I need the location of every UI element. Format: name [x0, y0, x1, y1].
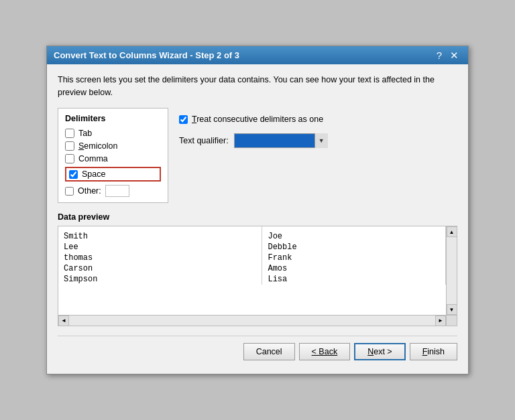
table-cell: Debble [262, 242, 446, 253]
dialog-body: This screen lets you set the delimiters … [47, 64, 468, 374]
title-bar: Convert Text to Columns Wizard - Step 2 … [47, 46, 468, 64]
preview-table: SmithJoeLeeDebblethomasFrankCarsonAmosSi… [58, 226, 446, 285]
tab-row: Tab [65, 129, 161, 138]
button-bar: Cancel < Back Next > Finish [58, 336, 457, 364]
semicolon-row: Semicolon [65, 141, 161, 151]
scroll-up-button[interactable]: ▲ [447, 226, 457, 237]
qualifier-select-wrapper: " ' ▼ [234, 133, 328, 148]
preview-title: Data preview [58, 212, 457, 222]
scroll-track-horizontal[interactable] [69, 316, 435, 326]
back-button[interactable]: < Back [299, 343, 351, 360]
qualifier-row: Text qualifier: " ' ▼ [179, 133, 457, 148]
table-cell: Lee [58, 242, 262, 253]
cancel-button[interactable]: Cancel [243, 343, 295, 360]
consecutive-label: Treat consecutive delimiters as one [192, 115, 323, 124]
other-row: Other: [65, 185, 161, 197]
table-row: SmithJoe [58, 226, 446, 242]
preview-outer: SmithJoeLeeDebblethomasFrankCarsonAmosSi… [58, 226, 457, 326]
qualifier-select[interactable]: " ' [234, 133, 328, 148]
table-cell: Simpson [58, 274, 262, 285]
table-cell: Lisa [262, 274, 446, 285]
dialog-window: Convert Text to Columns Wizard - Step 2 … [46, 46, 469, 375]
dialog-title: Convert Text to Columns Wizard - Step 2 … [54, 50, 239, 60]
table-cell: Smith [58, 226, 262, 242]
main-area: Delimiters Tab Semicolon Comma Space [58, 108, 457, 203]
title-bar-buttons: ? ✕ [434, 50, 461, 60]
preview-inner: SmithJoeLeeDebblethomasFrankCarsonAmosSi… [58, 226, 446, 315]
semicolon-checkbox[interactable] [65, 141, 74, 151]
scroll-track-vertical[interactable] [447, 237, 457, 304]
semicolon-label: Semicolon [78, 141, 117, 151]
finish-button[interactable]: Finish [410, 343, 457, 360]
next-button[interactable]: Next > [354, 343, 405, 360]
table-cell: Joe [262, 226, 446, 242]
consecutive-row: Treat consecutive delimiters as one [179, 115, 457, 124]
tab-checkbox[interactable] [65, 129, 74, 138]
scrollbar-corner [446, 315, 457, 326]
delimiters-title: Delimiters [65, 114, 161, 123]
comma-row: Comma [65, 154, 161, 163]
scroll-left-button[interactable]: ◄ [58, 316, 69, 326]
table-row: SimpsonLisa [58, 274, 446, 285]
other-checkbox[interactable] [65, 187, 74, 196]
table-cell: Frank [262, 253, 446, 263]
table-row: LeeDebble [58, 242, 446, 253]
space-row-highlighted: Space [65, 167, 161, 182]
scroll-right-button[interactable]: ► [435, 316, 446, 326]
horizontal-scrollbar[interactable]: ◄ ► [58, 315, 446, 326]
description-text: This screen lets you set the delimiters … [58, 74, 457, 99]
scroll-down-button[interactable]: ▼ [447, 304, 457, 315]
delimiters-box: Delimiters Tab Semicolon Comma Space [58, 108, 168, 203]
right-options: Treat consecutive delimiters as one Text… [179, 108, 457, 203]
consecutive-checkbox[interactable] [179, 115, 188, 124]
preview-section: Data preview SmithJoeLeeDebblethomasFran… [58, 212, 457, 326]
comma-checkbox[interactable] [65, 154, 74, 163]
table-cell: Amos [262, 263, 446, 274]
table-cell: thomas [58, 253, 262, 263]
qualifier-label: Text qualifier: [179, 136, 229, 145]
comma-label[interactable]: Comma [78, 154, 108, 163]
table-row: thomasFrank [58, 253, 446, 263]
close-button[interactable]: ✕ [447, 50, 461, 60]
table-row: CarsonAmos [58, 263, 446, 274]
table-cell: Carson [58, 263, 262, 274]
other-label[interactable]: Other: [78, 186, 101, 196]
vertical-scrollbar[interactable]: ▲ ▼ [446, 226, 457, 315]
space-label[interactable]: Space [82, 169, 105, 179]
help-button[interactable]: ? [434, 50, 445, 60]
space-checkbox[interactable] [69, 170, 78, 179]
other-input[interactable] [105, 185, 129, 197]
tab-label[interactable]: Tab [78, 129, 92, 138]
